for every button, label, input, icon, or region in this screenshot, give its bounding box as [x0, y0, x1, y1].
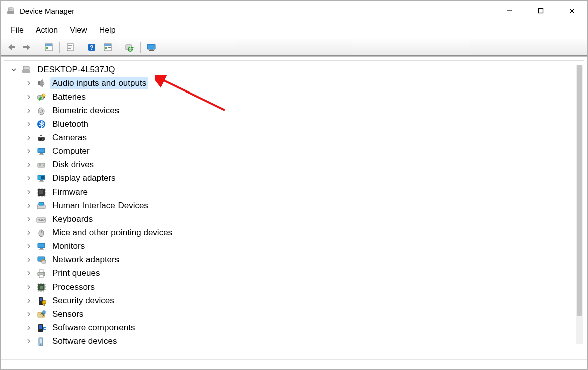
tree-node-disk-drives[interactable]: Disk drives	[7, 158, 584, 171]
content-area: DESKTOP-4L537JQ Audio inputs and outputs…	[1, 57, 587, 359]
tree-node-label: DESKTOP-4L537JQ	[35, 64, 117, 76]
scrollbar-thumb[interactable]	[577, 65, 582, 316]
tree-node-sensors[interactable]: Sensors	[7, 307, 584, 321]
tree-node-label: Sensors	[50, 308, 85, 320]
chevron-right-icon[interactable]	[25, 121, 32, 128]
tree-node-label: Network adapters	[50, 254, 121, 266]
tree-root-node[interactable]: DESKTOP-4L537JQ	[7, 63, 584, 76]
minimize-button[interactable]	[494, 1, 525, 21]
toolbar-separator	[81, 42, 81, 53]
svg-rect-4	[539, 9, 543, 13]
scan-icon	[125, 43, 135, 52]
toolbar-scan-button[interactable]	[122, 40, 137, 54]
chevron-right-icon[interactable]	[25, 311, 32, 318]
toolbar-back-button[interactable]	[4, 40, 19, 54]
tree-node-keyboards[interactable]: Keyboards	[7, 212, 584, 226]
svg-rect-36	[38, 148, 45, 153]
tree-node-batteries[interactable]: Batteries	[7, 90, 584, 104]
tree-node-network-adapters[interactable]: Network adapters	[7, 253, 584, 266]
tree-node-firmware[interactable]: Firmware	[7, 185, 584, 199]
tree-node-label: Computer	[50, 145, 92, 157]
tree-node-biometric-devices[interactable]: Biometric devices	[7, 104, 584, 117]
chevron-right-icon[interactable]	[25, 107, 32, 114]
arrow-left-icon	[7, 43, 16, 51]
tree-node-bluetooth[interactable]: Bluetooth	[7, 117, 584, 131]
close-button[interactable]	[556, 1, 587, 21]
window-frame: Device Manager File Action View Help	[0, 0, 588, 370]
toolbar-forward-button[interactable]	[20, 40, 35, 54]
list-icon	[103, 43, 112, 52]
tree-node-computer[interactable]: Computer	[7, 144, 584, 158]
menu-help[interactable]: Help	[94, 23, 121, 38]
chevron-right-icon[interactable]	[25, 270, 32, 277]
tree-node-display-adapters[interactable]: Display adapters	[7, 171, 584, 185]
tree-node-label: Security devices	[50, 295, 116, 307]
tree-node-audio-inputs-and-outputs[interactable]: Audio inputs and outputs	[7, 76, 584, 90]
chevron-right-icon[interactable]	[25, 134, 32, 141]
tree-node-processors[interactable]: Processors	[7, 280, 584, 294]
hid-icon	[36, 201, 46, 211]
svg-rect-43	[40, 180, 43, 181]
cpu-icon	[36, 282, 46, 292]
svg-rect-72	[37, 218, 46, 222]
toolbar-properties-button[interactable]	[41, 40, 56, 54]
menu-action[interactable]: Action	[31, 23, 63, 38]
tree-node-cameras[interactable]: Cameras	[7, 131, 584, 144]
svg-rect-117	[43, 311, 45, 314]
chevron-right-icon[interactable]	[25, 94, 32, 101]
svg-rect-38	[39, 154, 44, 155]
svg-rect-75	[41, 219, 42, 220]
tree-node-mice-and-other-pointing-devices[interactable]: Mice and other pointing devices	[7, 226, 584, 239]
toolbar-devices-button[interactable]	[144, 40, 159, 54]
device-tree[interactable]: DESKTOP-4L537JQ Audio inputs and outputs…	[4, 60, 584, 356]
svg-rect-23	[150, 49, 153, 50]
chevron-right-icon[interactable]	[25, 80, 32, 87]
chevron-down-icon[interactable]	[10, 66, 17, 73]
page-icon	[66, 43, 75, 52]
menu-view[interactable]: View	[65, 23, 92, 38]
svg-rect-114	[44, 303, 45, 306]
maximize-button[interactable]	[525, 1, 556, 21]
toolbar-showhidden-button[interactable]	[100, 40, 115, 54]
tree-node-label: Cameras	[50, 132, 89, 144]
tree-node-software-devices[interactable]: Software devices	[7, 334, 584, 348]
chevron-right-icon[interactable]	[25, 148, 32, 155]
chevron-right-icon[interactable]	[25, 256, 32, 263]
toolbar-refresh-button[interactable]	[63, 40, 78, 54]
svg-rect-19	[108, 47, 111, 48]
svg-rect-74	[39, 219, 40, 220]
chevron-right-icon[interactable]	[25, 189, 32, 196]
svg-rect-82	[38, 243, 45, 248]
chevron-right-icon[interactable]	[25, 202, 32, 209]
tree-node-software-components[interactable]: Software components	[7, 321, 584, 334]
chevron-right-icon[interactable]	[25, 284, 32, 291]
chevron-right-icon[interactable]	[25, 216, 32, 223]
tree-node-print-queues[interactable]: Print queues	[7, 266, 584, 280]
security-icon	[36, 296, 46, 306]
svg-rect-112	[40, 298, 42, 301]
svg-rect-22	[147, 44, 155, 49]
display-icon	[36, 173, 46, 183]
svg-point-122	[40, 344, 41, 345]
menu-file[interactable]: File	[6, 23, 29, 38]
scrollbar[interactable]	[576, 65, 583, 344]
toolbar-help-button[interactable]: ?	[84, 40, 99, 54]
chevron-right-icon[interactable]	[25, 338, 32, 345]
chevron-right-icon[interactable]	[25, 229, 32, 236]
svg-rect-0	[7, 11, 14, 14]
chevron-right-icon[interactable]	[25, 243, 32, 250]
tree-node-monitors[interactable]: Monitors	[7, 239, 584, 253]
tree-node-human-interface-devices[interactable]: Human Interface Devices	[7, 199, 584, 212]
svg-rect-26	[23, 66, 29, 70]
tree-node-label: Monitors	[50, 240, 87, 252]
properties-icon	[44, 43, 53, 52]
chevron-right-icon[interactable]	[25, 324, 32, 331]
tree-node-label: Mice and other pointing devices	[50, 227, 174, 239]
chevron-right-icon[interactable]	[25, 297, 32, 304]
svg-rect-47	[39, 190, 43, 194]
tree-node-security-devices[interactable]: Security devices	[7, 294, 584, 307]
chevron-right-icon[interactable]	[25, 161, 32, 168]
swdevice-icon	[36, 336, 46, 346]
chevron-right-icon[interactable]	[25, 175, 32, 182]
tree-node-label: Firmware	[50, 186, 90, 198]
